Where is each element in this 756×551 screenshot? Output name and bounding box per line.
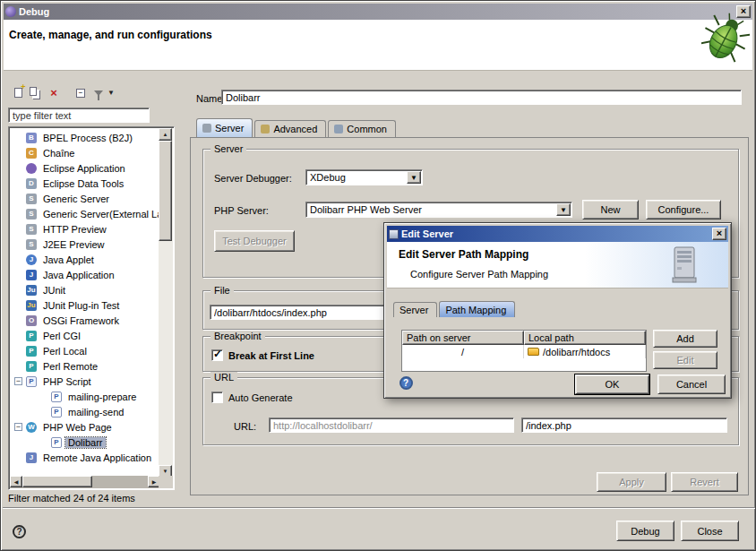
bug-image	[701, 12, 750, 64]
delete-configuration-button[interactable]: ×	[46, 85, 62, 100]
tree-item-label: HTTP Preview	[40, 224, 109, 235]
common-tab-icon	[334, 125, 343, 133]
url-path-input[interactable]	[521, 418, 727, 433]
apply-button[interactable]: Apply	[597, 472, 666, 492]
tree-item-junit[interactable]: JuJUnit	[10, 282, 160, 297]
tree-item-mailing-prepare[interactable]: Pmailing-prepare	[10, 389, 160, 404]
tree-item-j2ee-preview[interactable]: SJ2EE Preview	[10, 237, 160, 252]
tree-item-mailing-send[interactable]: Pmailing-send	[10, 404, 160, 419]
breakpoint-group-title: Breakpoint	[210, 331, 265, 341]
tree-item-perl-cgi[interactable]: PPerl CGI	[10, 328, 160, 343]
break-at-first-line-checkbox[interactable]	[211, 349, 223, 361]
tree-item-label: Generic Server	[40, 194, 112, 204]
cancel-button[interactable]: Cancel	[657, 375, 726, 394]
tree-item-label: Chaîne	[40, 148, 77, 159]
tree-item-generic-server-external-la[interactable]: SGeneric Server(External La	[10, 206, 160, 221]
edit-dialog-help-button[interactable]: ?	[397, 374, 415, 392]
tree-item-php-script[interactable]: −PPHP Script	[10, 374, 160, 389]
new-configuration-button[interactable]	[10, 85, 26, 100]
horizontal-scrollbar[interactable]: ◀ ▶	[10, 476, 160, 488]
tree-item-java-applet[interactable]: JJava Applet	[10, 252, 160, 267]
tree-item-remote-java-application[interactable]: JRemote Java Application	[10, 450, 160, 465]
bpel-icon: B	[26, 133, 37, 143]
php-server-combo[interactable]: Dolibarr PHP Web Server ▼	[305, 202, 572, 218]
column-path-on-server[interactable]: Path on server	[402, 331, 524, 345]
tree-item-eclipse-data-tools[interactable]: DEclipse Data Tools	[10, 176, 160, 191]
filter-icon	[94, 90, 103, 96]
ok-button[interactable]: OK	[575, 375, 649, 394]
expander-icon[interactable]: −	[14, 423, 22, 431]
tree-item-label: Perl Local	[40, 346, 90, 357]
revert-button[interactable]: Revert	[671, 472, 738, 492]
view-menu-button[interactable]: ▼	[106, 85, 116, 100]
edit-server-heading: Edit Server Path Mapping	[399, 248, 528, 261]
help-button[interactable]: ?	[8, 521, 30, 542]
edit-server-close-button[interactable]: ×	[712, 228, 726, 240]
vertical-scroll-thumb[interactable]	[159, 141, 172, 241]
tree-item-perl-local[interactable]: PPerl Local	[10, 343, 160, 358]
vertical-scrollbar[interactable]: ▲ ▼	[159, 128, 173, 478]
tree-item-osgi-framework[interactable]: OOSGi Framework	[10, 313, 160, 328]
file-group-title: File	[210, 285, 234, 296]
add-mapping-button[interactable]: Add	[653, 330, 717, 348]
combo-dropdown-icon[interactable]: ▼	[407, 171, 421, 184]
path-mapping-table: Path on server Local path //dolibarr/htd…	[401, 330, 647, 372]
tree-item-generic-server[interactable]: SGeneric Server	[10, 191, 160, 206]
tab-common[interactable]: Common	[328, 120, 396, 137]
tree-item-perl-remote[interactable]: PPerl Remote	[10, 358, 160, 374]
collapse-all-button[interactable]: −	[73, 85, 89, 100]
tree-item-java-application[interactable]: JJava Application	[10, 267, 160, 282]
horizontal-scroll-thumb[interactable]	[22, 476, 92, 487]
combo-dropdown-icon[interactable]: ▼	[556, 203, 571, 216]
test-debugger-button[interactable]: Test Debugger	[214, 230, 295, 252]
expander-icon[interactable]: −	[14, 377, 22, 385]
close-button[interactable]: Close	[681, 521, 739, 541]
column-local-path[interactable]: Local path	[524, 331, 646, 345]
local-path-cell: /dolibarr/htdocs	[543, 347, 610, 357]
tree-item-bpel-process-b2j[interactable]: BBPEL Process (B2J)	[10, 130, 160, 145]
url-group-title: URL	[210, 372, 237, 383]
edit-mapping-button[interactable]: Edit	[653, 351, 717, 369]
new-server-button[interactable]: New	[582, 200, 639, 220]
duplicate-icon	[30, 87, 37, 96]
tab-server[interactable]: Server	[196, 118, 253, 137]
tree-item-label: JUnit Plug-in Test	[40, 300, 122, 311]
perl-icon: P	[26, 331, 37, 341]
tree-item-cha-ne[interactable]: CChaîne	[10, 145, 160, 160]
scroll-up-button[interactable]: ▲	[159, 128, 172, 141]
tree-item-label: J2EE Preview	[40, 239, 107, 250]
edit-server-titlebar[interactable]: Edit Server ×	[387, 226, 728, 242]
configure-server-button[interactable]: Configure...	[646, 200, 721, 220]
debug-button[interactable]: Debug	[616, 521, 674, 541]
path-mapping-table-header: Path on server Local path	[402, 331, 646, 345]
tab-path-mapping[interactable]: Path Mapping	[439, 301, 515, 317]
tree-item-label: PHP Script	[40, 376, 94, 387]
tree-item-php-web-page[interactable]: −WPHP Web Page	[10, 419, 160, 435]
auto-generate-checkbox[interactable]	[211, 392, 223, 403]
tab-common-label: Common	[347, 124, 387, 134]
tab-edit-server[interactable]: Server	[393, 302, 437, 317]
server-tab-icon	[202, 124, 211, 133]
server-debugger-combo[interactable]: XDebug ▼	[305, 169, 423, 185]
server-window-icon	[389, 229, 399, 239]
tree-item-label: BPEL Process (B2J)	[40, 133, 135, 143]
path-on-server-cell: /	[402, 345, 524, 358]
tree-item-label: Eclipse Data Tools	[40, 178, 126, 189]
name-input[interactable]	[221, 90, 742, 105]
window-titlebar[interactable]: Debug ×	[4, 4, 752, 20]
tree-item-eclipse-application[interactable]: Eclipse Application	[10, 160, 160, 176]
tab-path-mapping-label: Path Mapping	[445, 305, 506, 315]
tab-advanced[interactable]: Advanced	[254, 120, 326, 137]
tree-item-junit-plug-in-test[interactable]: JuJUnit Plug-in Test	[10, 297, 160, 313]
filter-input[interactable]	[8, 108, 150, 123]
filter-status: Filter matched 24 of 24 items	[8, 493, 135, 504]
filter-button[interactable]	[90, 85, 107, 100]
tab-edit-server-label: Server	[399, 305, 428, 315]
tree-item-label: Eclipse Application	[40, 163, 128, 174]
mapping-row[interactable]: //dolibarr/htdocs	[402, 345, 646, 358]
base-url-input[interactable]	[269, 418, 514, 433]
tree-item-http-preview[interactable]: SHTTP Preview	[10, 221, 160, 237]
duplicate-configuration-button[interactable]	[27, 85, 43, 100]
tree-item-dolibarr[interactable]: PDolibarr	[10, 435, 160, 450]
scroll-left-button[interactable]: ◀	[10, 476, 22, 487]
